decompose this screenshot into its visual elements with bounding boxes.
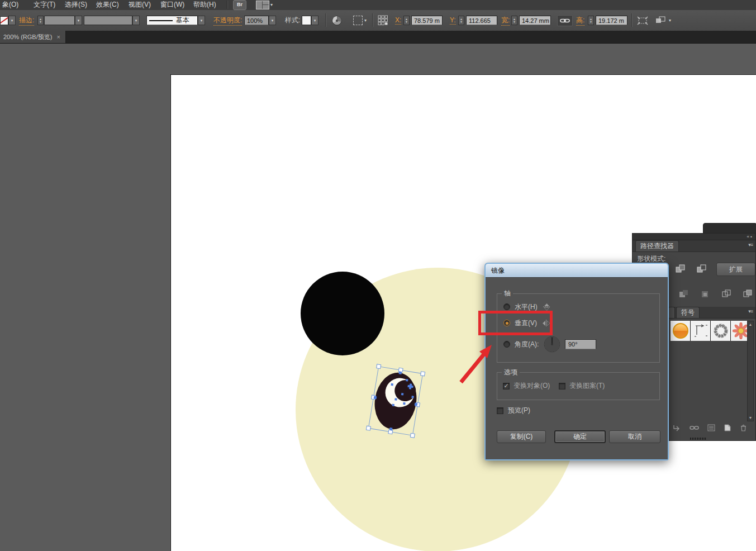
tab-pathfinder[interactable]: 路径查找器 (635, 240, 679, 251)
style-swatch[interactable]: ▾ (302, 16, 318, 25)
close-document-icon[interactable]: × (56, 34, 60, 40)
panel-resize-grip[interactable] (690, 438, 707, 440)
expand-button[interactable]: 扩展 (716, 263, 755, 276)
stroke-weight-stepper[interactable]: ▲▼ (37, 16, 44, 25)
stroke-weight-dropdown[interactable]: ▾ (44, 16, 82, 25)
free-transform-icon[interactable] (637, 16, 648, 25)
transform-patterns-label[interactable]: 变换图案(T) (569, 381, 605, 391)
menu-type[interactable]: 文字(T) (31, 0, 58, 10)
horizontal-radio[interactable] (503, 303, 510, 310)
width-stepper[interactable]: ▲▼ (511, 16, 517, 25)
opacity-dropdown[interactable]: 100% ▾ (244, 16, 276, 25)
fill-color-indicator[interactable]: ▾ (0, 16, 16, 25)
y-label[interactable]: Y: (450, 16, 456, 25)
variable-width-dropdown[interactable]: ▾ (84, 16, 140, 25)
tab-symbols[interactable]: 符号 (676, 307, 700, 318)
transform-objects-label[interactable]: 变换对象(O) (513, 381, 550, 391)
symbol-sketch-lines-thumbnail[interactable] (691, 321, 710, 341)
angle-radio[interactable] (503, 341, 510, 348)
opacity-label[interactable]: 不透明度: (213, 16, 242, 25)
dialog-title-bar[interactable]: 镜像 (486, 264, 668, 277)
style-caret-icon[interactable]: ▾ (311, 16, 318, 25)
height-field[interactable]: 19.172 m (596, 16, 627, 25)
angle-value-field[interactable]: 90° (565, 339, 596, 349)
transform-patterns-row[interactable]: 变换图案(T) (559, 381, 605, 391)
pathfinder-panel-menu-icon[interactable]: ▾≡ (748, 243, 753, 248)
scroll-up-icon[interactable]: ▲ (749, 322, 753, 326)
hidden-partial-tab[interactable] (668, 307, 675, 318)
place-symbol-icon[interactable] (673, 424, 681, 431)
menu-object[interactable]: 象(O) (0, 0, 21, 10)
x-field[interactable]: 78.579 m (411, 16, 443, 25)
document-tab-title: 200% (RGB/预览) (3, 33, 52, 41)
y-stepper[interactable]: ▲▼ (458, 16, 464, 25)
x-stepper[interactable]: ▲▼ (403, 16, 410, 25)
delete-symbol-icon[interactable] (740, 424, 747, 431)
stroke-weight-caret-icon[interactable]: ▾ (75, 16, 82, 25)
brush-definition-label: 基本 (176, 16, 189, 25)
constrain-proportions-icon[interactable] (557, 16, 573, 25)
stroke-label[interactable]: 描边: (19, 16, 34, 25)
new-symbol-icon[interactable] (724, 424, 731, 431)
select-similar-icon[interactable]: ▾ (353, 16, 367, 25)
width-label[interactable]: 宽: (501, 16, 510, 25)
collapsed-panel-strip[interactable] (703, 223, 756, 234)
menu-select[interactable]: 选择(S) (63, 0, 89, 10)
menu-effect[interactable]: 效果(C) (94, 0, 121, 10)
pathfinder-divide-icon[interactable] (676, 288, 692, 300)
menu-help[interactable]: 帮助(H) (191, 0, 218, 10)
workspace-caret-icon[interactable]: ▾ (270, 3, 273, 7)
copy-button[interactable]: 复制(C) (497, 430, 546, 443)
horizontal-radio-label[interactable]: 水平(H) (515, 302, 538, 312)
height-label[interactable]: 高: (576, 16, 584, 25)
symbols-panel-menu-icon[interactable]: ▾≡ (748, 309, 753, 314)
menu-view[interactable]: 视图(V) (126, 0, 153, 10)
variable-width-caret-icon[interactable]: ▾ (132, 16, 140, 25)
shape-mode-minus-front-icon[interactable] (694, 263, 710, 275)
pathfinder-crop-icon[interactable] (740, 288, 755, 300)
pathfinder-trim-icon[interactable] (697, 288, 713, 300)
break-link-icon[interactable] (690, 424, 699, 431)
fill-caret-icon[interactable]: ▾ (8, 16, 16, 25)
preview-label[interactable]: 预览(P) (508, 406, 530, 415)
pathfinder-merge-icon[interactable] (719, 288, 734, 300)
transform-objects-checkbox[interactable]: ✓ (503, 383, 510, 390)
axis-group-label: 轴 (502, 289, 513, 297)
select-similar-caret-icon[interactable]: ▾ (364, 18, 367, 23)
width-field[interactable]: 14.27 mm (519, 16, 551, 25)
cancel-button[interactable]: 取消 (609, 430, 660, 443)
annotation-highlight-rectangle (478, 311, 553, 335)
collapse-panels-icon[interactable]: « ▪ (747, 235, 752, 239)
angle-dial[interactable] (543, 335, 561, 353)
ok-button[interactable]: 确定 (554, 430, 606, 443)
x-label[interactable]: X: (395, 16, 401, 25)
brush-caret-icon[interactable]: ▾ (198, 16, 205, 25)
transform-objects-row[interactable]: ✓ 变换对象(O) (503, 381, 550, 391)
angle-radio-row[interactable]: 角度(A): (503, 339, 539, 349)
height-stepper[interactable]: ▲▼ (588, 16, 594, 25)
menu-window[interactable]: 窗口(W) (158, 0, 187, 10)
symbols-scrollbar[interactable]: ▲ ▼ (747, 321, 754, 421)
align-objects-icon[interactable]: ▾ (655, 16, 671, 25)
symbol-orange-orb-thumbnail[interactable] (671, 321, 690, 341)
illustrator-window: 象(O) 文字(T) 选择(S) 效果(C) 视图(V) 窗口(W) 帮助(H)… (0, 0, 756, 551)
scroll-down-icon[interactable]: ▼ (749, 416, 753, 420)
flip-horizontal-axis-icon (542, 303, 551, 311)
workspace-layout-icon[interactable] (256, 1, 269, 10)
transform-grid-icon[interactable] (378, 16, 388, 25)
align-caret-icon[interactable]: ▾ (669, 18, 671, 23)
recolor-artwork-icon[interactable] (332, 16, 342, 25)
bridge-launch-button[interactable]: Br (233, 0, 246, 10)
shape-mode-unite-icon[interactable] (673, 263, 688, 275)
symbol-options-icon[interactable] (707, 424, 715, 431)
brush-definition-dropdown[interactable]: 基本 ▾ (146, 16, 205, 25)
opacity-caret-icon[interactable]: ▾ (269, 16, 276, 25)
y-field[interactable]: 112.665 (466, 16, 497, 25)
transform-patterns-checkbox[interactable] (559, 383, 565, 390)
document-tab[interactable]: 200% (RGB/预览) × (0, 31, 66, 43)
preview-checkbox[interactable] (497, 407, 503, 414)
angle-radio-label[interactable]: 角度(A): (515, 340, 539, 349)
symbol-gray-ring-thumbnail[interactable] (711, 321, 730, 341)
preview-row[interactable]: 预览(P) (497, 406, 530, 415)
pathfinder-tab-row: 路径查找器 ▾≡ (633, 240, 755, 252)
